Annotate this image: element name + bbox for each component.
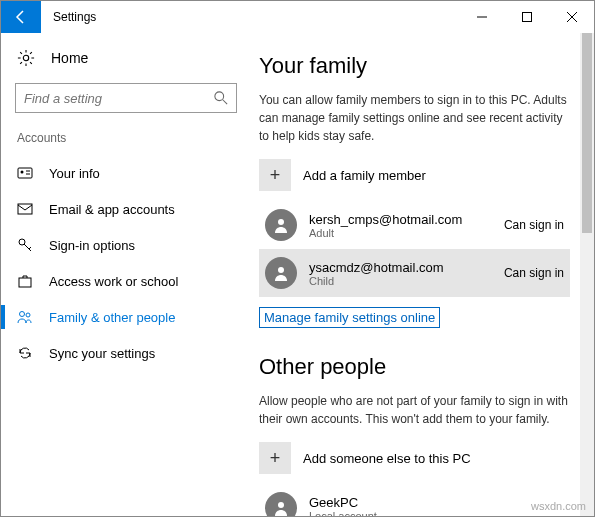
- nav-family-people[interactable]: Family & other people: [1, 299, 251, 335]
- member-role: Child: [309, 275, 492, 287]
- svg-point-14: [278, 502, 284, 508]
- family-member-row[interactable]: kersh_cmps@hotmail.com Adult Can sign in: [259, 201, 570, 249]
- nav-label: Sync your settings: [49, 346, 155, 361]
- nav-label: Access work or school: [49, 274, 178, 289]
- scroll-thumb[interactable]: [582, 33, 592, 233]
- back-button[interactable]: [1, 1, 41, 33]
- nav-label: Email & app accounts: [49, 202, 175, 217]
- add-family-member[interactable]: + Add a family member: [259, 159, 570, 191]
- minimize-button[interactable]: [459, 1, 504, 33]
- app-title: Settings: [53, 10, 459, 24]
- briefcase-icon: [17, 273, 33, 289]
- add-family-label: Add a family member: [303, 168, 426, 183]
- scrollbar[interactable]: [580, 33, 594, 516]
- avatar-icon: [265, 492, 297, 516]
- family-description: You can allow family members to sign in …: [259, 91, 570, 145]
- member-status: Can sign in: [504, 266, 564, 280]
- manage-family-link[interactable]: Manage family settings online: [259, 307, 440, 328]
- maximize-button[interactable]: [504, 1, 549, 33]
- svg-rect-7: [19, 278, 31, 287]
- member-status: Can sign in: [504, 218, 564, 232]
- user-name: GeekPC: [309, 495, 564, 510]
- home-label: Home: [51, 50, 88, 66]
- svg-point-10: [278, 219, 284, 225]
- svg-point-9: [26, 313, 30, 317]
- nav-label: Sign-in options: [49, 238, 135, 253]
- close-button[interactable]: [549, 1, 594, 33]
- section-header: Accounts: [1, 125, 251, 155]
- minimize-icon: [477, 12, 487, 22]
- user-type: Local account: [309, 510, 564, 517]
- other-user-row[interactable]: GeekPC Local account: [259, 484, 570, 516]
- home-button[interactable]: Home: [1, 41, 251, 75]
- nav-label: Your info: [49, 166, 100, 181]
- id-card-icon: [17, 165, 33, 181]
- other-heading: Other people: [259, 354, 570, 380]
- family-member-row[interactable]: ysacmdz@hotmail.com Child Can sign in: [259, 249, 570, 297]
- avatar-icon: [265, 257, 297, 289]
- add-other-label: Add someone else to this PC: [303, 451, 471, 466]
- svg-rect-3: [18, 168, 32, 178]
- search-input[interactable]: [24, 91, 214, 106]
- plus-icon: +: [259, 442, 291, 474]
- svg-point-1: [23, 55, 28, 60]
- svg-rect-0: [522, 13, 531, 22]
- gear-icon: [17, 49, 35, 67]
- nav-your-info[interactable]: Your info: [1, 155, 251, 191]
- nav-sync-settings[interactable]: Sync your settings: [1, 335, 251, 371]
- avatar-icon: [265, 209, 297, 241]
- member-email: ysacmdz@hotmail.com: [309, 260, 492, 275]
- svg-point-4: [21, 171, 24, 174]
- svg-point-2: [215, 92, 224, 101]
- people-icon: [17, 309, 33, 325]
- plus-icon: +: [259, 159, 291, 191]
- svg-point-11: [278, 267, 284, 273]
- nav-email-accounts[interactable]: Email & app accounts: [1, 191, 251, 227]
- watermark: wsxdn.com: [531, 500, 586, 512]
- family-heading: Your family: [259, 53, 570, 79]
- nav-label: Family & other people: [49, 310, 175, 325]
- search-box[interactable]: [15, 83, 237, 113]
- member-email: kersh_cmps@hotmail.com: [309, 212, 492, 227]
- arrow-left-icon: [13, 9, 29, 25]
- close-icon: [567, 12, 577, 22]
- sync-icon: [17, 345, 33, 361]
- svg-rect-5: [18, 204, 32, 214]
- search-icon: [214, 91, 228, 105]
- add-other-user[interactable]: + Add someone else to this PC: [259, 442, 570, 474]
- sidebar: Home Accounts Your info Email & app acco…: [1, 33, 251, 516]
- member-role: Adult: [309, 227, 492, 239]
- key-icon: [17, 237, 33, 253]
- mail-icon: [17, 201, 33, 217]
- nav-work-school[interactable]: Access work or school: [1, 263, 251, 299]
- other-description: Allow people who are not part of your fa…: [259, 392, 570, 428]
- nav-signin-options[interactable]: Sign-in options: [1, 227, 251, 263]
- svg-point-8: [20, 312, 25, 317]
- content-pane: Your family You can allow family members…: [251, 33, 594, 516]
- maximize-icon: [522, 12, 532, 22]
